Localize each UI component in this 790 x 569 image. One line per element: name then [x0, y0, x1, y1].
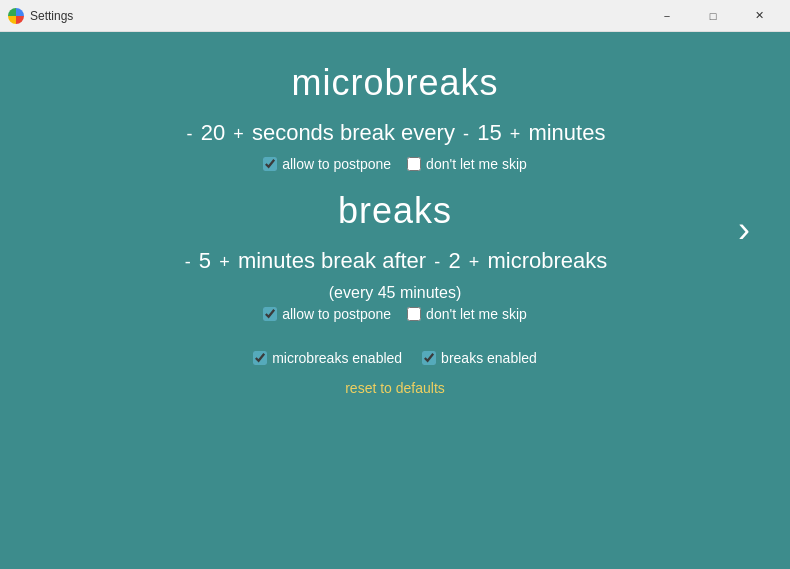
breaks-description1: - 5 + minutes break after - 2 + microbre…: [183, 248, 608, 274]
breaks-enabled-checkbox[interactable]: [422, 351, 436, 365]
minimize-button[interactable]: −: [644, 0, 690, 32]
close-button[interactable]: ✕: [736, 0, 782, 32]
microbreaks-title: microbreaks: [291, 62, 498, 104]
main-content: microbreaks - 20 + seconds break every -…: [0, 32, 790, 569]
window-title: Settings: [30, 9, 644, 23]
microbreaks-postpone-checkbox[interactable]: [263, 157, 277, 171]
microbreaks-section: microbreaks - 20 + seconds break every -…: [20, 62, 770, 180]
breaks-title: breaks: [338, 190, 452, 232]
app-icon: [8, 8, 24, 24]
microbreaks-minus2[interactable]: -: [461, 124, 471, 144]
breaks-section: breaks - 5 + minutes break after - 2 + m…: [20, 190, 770, 330]
microbreaks-plus1[interactable]: +: [231, 124, 246, 144]
microbreaks-postpone-option[interactable]: allow to postpone: [263, 156, 391, 172]
breaks-skip-label: don't let me skip: [426, 306, 527, 322]
microbreaks-description: - 20 + seconds break every - 15 + minute…: [185, 120, 606, 146]
breaks-minus1[interactable]: -: [183, 252, 193, 272]
breaks-options: allow to postpone don't let me skip: [263, 306, 527, 322]
microbreaks-skip-option[interactable]: don't let me skip: [407, 156, 527, 172]
microbreaks-options: allow to postpone don't let me skip: [263, 156, 527, 172]
microbreaks-seconds-value: 20: [201, 120, 225, 145]
microbreaks-plus2[interactable]: +: [508, 124, 523, 144]
breaks-minus2[interactable]: -: [432, 252, 442, 272]
breaks-plus1[interactable]: +: [217, 252, 232, 272]
window-controls: − □ ✕: [644, 0, 782, 32]
microbreaks-postpone-label: allow to postpone: [282, 156, 391, 172]
breaks-skip-checkbox[interactable]: [407, 307, 421, 321]
breaks-minutes-value: 5: [199, 248, 211, 273]
reset-to-defaults-link[interactable]: reset to defaults: [345, 380, 445, 396]
maximize-button[interactable]: □: [690, 0, 736, 32]
microbreaks-skip-checkbox[interactable]: [407, 157, 421, 171]
microbreaks-enabled-label: microbreaks enabled: [272, 350, 402, 366]
microbreaks-minus1[interactable]: -: [185, 124, 195, 144]
settings-window: Settings − □ ✕ microbreaks - 20 + second…: [0, 0, 790, 569]
breaks-frequency: (every 45 minutes): [329, 284, 462, 302]
breaks-enabled-option[interactable]: breaks enabled: [422, 350, 537, 366]
microbreaks-enabled-option[interactable]: microbreaks enabled: [253, 350, 402, 366]
breaks-unit1: minutes break after: [238, 248, 432, 273]
microbreaks-enabled-checkbox[interactable]: [253, 351, 267, 365]
breaks-chevron[interactable]: ›: [738, 209, 750, 251]
breaks-postpone-label: allow to postpone: [282, 306, 391, 322]
microbreaks-minutes-unit: minutes: [528, 120, 605, 145]
breaks-micro-value: 2: [448, 248, 460, 273]
breaks-postpone-checkbox[interactable]: [263, 307, 277, 321]
bottom-options: microbreaks enabled breaks enabled: [253, 350, 537, 366]
breaks-skip-option[interactable]: don't let me skip: [407, 306, 527, 322]
microbreaks-skip-label: don't let me skip: [426, 156, 527, 172]
breaks-enabled-label: breaks enabled: [441, 350, 537, 366]
breaks-postpone-option[interactable]: allow to postpone: [263, 306, 391, 322]
title-bar: Settings − □ ✕: [0, 0, 790, 32]
breaks-plus2[interactable]: +: [467, 252, 482, 272]
breaks-unit2: microbreaks: [487, 248, 607, 273]
microbreaks-seconds-unit: seconds break every: [252, 120, 455, 145]
microbreaks-minutes-value: 15: [477, 120, 501, 145]
